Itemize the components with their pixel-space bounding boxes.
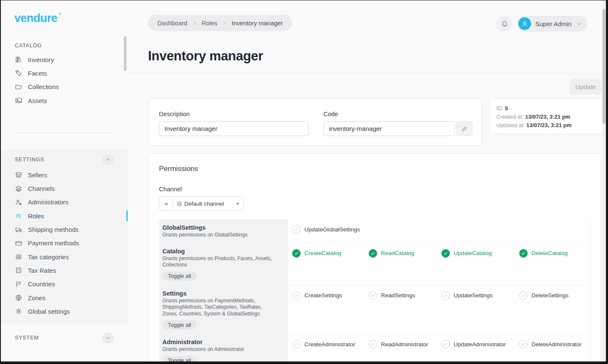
main-content: DashboardRolesInventory manager Super Ad… bbox=[128, 0, 606, 361]
channel-value: Default channel bbox=[184, 201, 224, 207]
sidebar: vendure CATALOG InventoryFacetsCollectio… bbox=[1, 0, 128, 361]
permissions-title: Permissions bbox=[159, 165, 198, 173]
update-button[interactable]: Update bbox=[570, 79, 602, 95]
sidebar-item-countries[interactable]: Countries bbox=[1, 277, 128, 291]
sidebar-item-label: Facets bbox=[28, 70, 47, 77]
role-detail-card: Description Code bbox=[148, 98, 482, 146]
sidebar-item-collections[interactable]: Collections bbox=[1, 80, 128, 94]
sidebar-item-assets[interactable]: Assets bbox=[1, 94, 128, 107]
meta-updated: Updated at: 13/07/23, 3:21 pm bbox=[496, 121, 595, 130]
sidebar-settings-items: SellersChannelsAdministratorsRolesShippi… bbox=[1, 168, 128, 318]
permission-checkbox-createadministrator[interactable]: CreateAdministrator bbox=[292, 340, 369, 348]
permission-checkbox-deletecatalog[interactable]: DeleteCatalog bbox=[519, 249, 590, 258]
checked-circle-icon bbox=[292, 249, 301, 258]
sidebar-item-sellers[interactable]: Sellers bbox=[1, 168, 128, 182]
sidebar-divider bbox=[15, 133, 114, 133]
sidebar-item-shipping-methods[interactable]: Shipping methods bbox=[1, 223, 128, 236]
sidebar-item-global-settings[interactable]: Global settings bbox=[1, 304, 128, 318]
toggle-all-button[interactable]: Toggle all bbox=[162, 272, 197, 281]
avatar bbox=[518, 17, 531, 30]
chevron-right-icon bbox=[192, 20, 197, 26]
edit-code-button[interactable] bbox=[456, 121, 473, 136]
remove-channel-icon[interactable]: × bbox=[164, 201, 169, 207]
unchecked-circle-icon bbox=[292, 291, 301, 300]
breadcrumb-item-inventory-manager[interactable]: Inventory manager bbox=[232, 20, 283, 27]
permission-checkbox-deleteadministrator[interactable]: DeleteAdministrator bbox=[519, 340, 590, 348]
sidebar-section-system-label: SYSTEM bbox=[15, 335, 39, 341]
chevron-up-icon bbox=[105, 157, 111, 163]
permission-label: DeleteSettings bbox=[531, 292, 569, 299]
sidebar-item-label: Collections bbox=[28, 83, 59, 90]
sidebar-item-label: Channels bbox=[28, 185, 55, 192]
sidebar-item-roles[interactable]: Roles bbox=[1, 209, 128, 223]
permission-label: DeleteCatalog bbox=[531, 250, 568, 256]
breadcrumb-item-roles[interactable]: Roles bbox=[202, 20, 217, 27]
check-icon bbox=[370, 251, 375, 256]
person-icon bbox=[521, 20, 529, 27]
notifications-button[interactable] bbox=[496, 16, 512, 32]
app-window: vendure CATALOG InventoryFacetsCollectio… bbox=[0, 0, 608, 364]
permission-checkbox-createcatalog[interactable]: CreateCatalog bbox=[292, 249, 369, 258]
sidebar-system-block: SYSTEM bbox=[1, 331, 128, 344]
system-expand-button[interactable] bbox=[102, 332, 114, 344]
permission-group-checkboxes: CreateSettingsReadSettingsUpdateSettings… bbox=[288, 285, 590, 334]
caret-down-icon: ▾ bbox=[236, 201, 239, 206]
permission-checkbox-deletesettings[interactable]: DeleteSettings bbox=[519, 291, 590, 300]
permission-group-header: GlobalSettingsGrants permissions on Glob… bbox=[159, 219, 288, 243]
sidebar-item-label: Global settings bbox=[28, 308, 70, 315]
logo-row: vendure bbox=[1, 0, 128, 27]
permission-label: CreateAdministrator bbox=[304, 341, 355, 348]
settings-collapse-button[interactable] bbox=[102, 154, 114, 166]
check-icon bbox=[521, 342, 526, 347]
permission-checkbox-readsettings[interactable]: ReadSettings bbox=[369, 291, 441, 300]
user-menu[interactable]: Super Admin bbox=[517, 16, 587, 32]
permission-checkbox-readcatalog[interactable]: ReadCatalog bbox=[369, 249, 441, 258]
permission-label: CreateCatalog bbox=[304, 250, 341, 256]
permission-checkbox-updatecatalog[interactable]: UpdateCatalog bbox=[441, 249, 519, 258]
check-icon bbox=[294, 227, 299, 232]
unchecked-circle-icon bbox=[441, 340, 450, 348]
tag-icon bbox=[15, 69, 22, 77]
channel-select[interactable]: × Default channel ▾ bbox=[159, 196, 244, 211]
permission-group-name: Catalog bbox=[162, 248, 282, 255]
sidebar-scrollbar-thumb[interactable] bbox=[124, 36, 126, 71]
permission-checkbox-readadministrator[interactable]: ReadAdministrator bbox=[369, 340, 441, 348]
check-icon bbox=[443, 342, 448, 347]
unchecked-circle-icon bbox=[519, 291, 528, 300]
sidebar-item-label: Tax Rates bbox=[28, 267, 56, 274]
toggle-all-button[interactable]: Toggle all bbox=[162, 320, 197, 329]
sidebar-item-label: Shipping methods bbox=[28, 226, 79, 233]
sidebar-section-catalog-label: CATALOG bbox=[15, 43, 128, 49]
sidebar-item-zones[interactable]: Zones bbox=[1, 291, 128, 304]
permission-checkbox-createsettings[interactable]: CreateSettings bbox=[292, 291, 369, 300]
sidebar-item-tax-categories[interactable]: Tax categories bbox=[1, 250, 128, 263]
sidebar-settings-block: SETTINGS SellersChannelsAdministratorsRo… bbox=[1, 149, 128, 323]
toggle-all-button[interactable]: Toggle all bbox=[162, 356, 197, 362]
sidebar-item-facets[interactable]: Facets bbox=[1, 66, 128, 80]
sidebar-item-channels[interactable]: Channels bbox=[1, 182, 128, 195]
credit-card-icon bbox=[15, 239, 22, 247]
main-scrollbar-thumb[interactable] bbox=[603, 9, 605, 124]
image-icon bbox=[15, 97, 22, 104]
page-title: Inventory manager bbox=[148, 49, 263, 64]
permission-checkbox-updateadministrator[interactable]: UpdateAdministrator bbox=[441, 340, 519, 348]
permission-label: ReadSettings bbox=[381, 292, 415, 299]
check-icon bbox=[370, 293, 375, 298]
sidebar-item-payment-methods[interactable]: Payment methods bbox=[1, 236, 128, 250]
breadcrumb-item-dashboard[interactable]: Dashboard bbox=[157, 20, 187, 27]
description-input[interactable] bbox=[159, 121, 309, 136]
sidebar-item-tax-rates[interactable]: Tax Rates bbox=[1, 263, 128, 277]
permission-checkbox-updateglobalsettings[interactable]: UpdateGlobalSettings bbox=[292, 225, 369, 234]
sidebar-item-inventory[interactable]: Inventory bbox=[1, 53, 128, 66]
folder-icon bbox=[15, 83, 22, 91]
main-scrollbar-track[interactable] bbox=[602, 0, 606, 361]
books-icon bbox=[15, 56, 22, 63]
channel-select-divider bbox=[173, 199, 173, 208]
permission-group-description: Grants permissions on Administrator bbox=[162, 346, 277, 353]
sidebar-item-administrators[interactable]: Administrators bbox=[1, 196, 128, 209]
permission-group-catalog: CatalogGrants permissions on Products, F… bbox=[159, 243, 590, 285]
vendure-logo[interactable]: vendure bbox=[14, 12, 58, 25]
checked-circle-icon bbox=[519, 249, 528, 258]
code-input[interactable] bbox=[323, 121, 455, 136]
permission-checkbox-updatesettings[interactable]: UpdateSettings bbox=[441, 291, 519, 300]
